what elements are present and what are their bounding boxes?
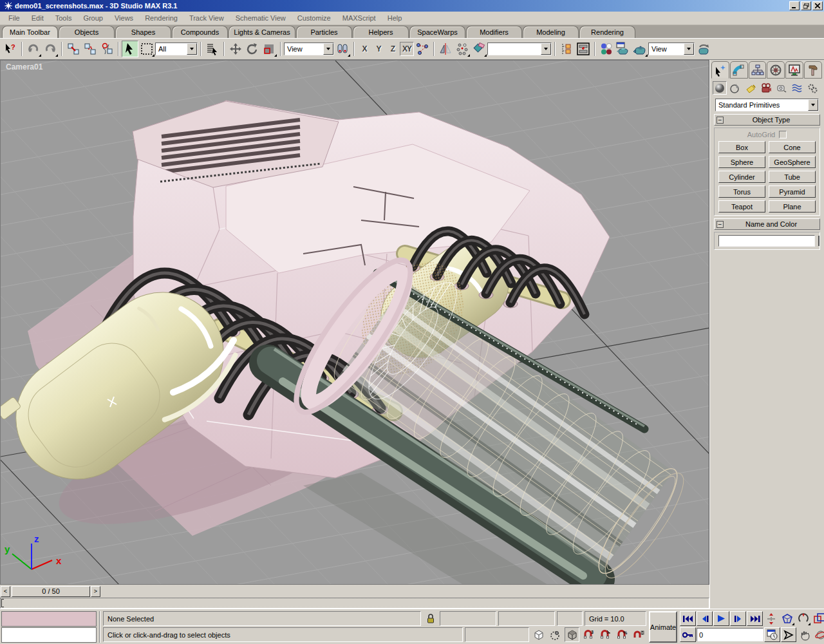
time-slider-thumb[interactable]: 0 / 50 <box>12 586 90 597</box>
tab-helpers[interactable]: Helpers <box>353 26 409 38</box>
coord-system-select[interactable]: View <box>284 43 334 55</box>
menu-tools[interactable]: Tools <box>50 14 78 22</box>
restrict-z-button[interactable]: Z <box>386 42 400 56</box>
time-slider-track[interactable]: < 0 / 50 > <box>0 585 709 598</box>
select-and-link-button[interactable] <box>65 41 82 57</box>
tab-modeling[interactable]: Modeling <box>523 26 579 38</box>
open-schematic-view-button[interactable] <box>575 41 592 57</box>
tab-lights-cameras[interactable]: Lights & Cameras <box>229 26 295 38</box>
render-scene-button[interactable] <box>615 41 632 57</box>
next-frame-button[interactable] <box>730 611 746 626</box>
minimize-button[interactable] <box>789 1 800 10</box>
collapse-icon[interactable]: − <box>716 221 724 228</box>
dolly-camera-button[interactable] <box>763 611 779 626</box>
teapot-button[interactable]: Teapot <box>718 200 765 213</box>
current-frame-field[interactable] <box>697 628 763 641</box>
degradation-cube-button[interactable] <box>565 627 579 642</box>
autogrid-checkbox[interactable] <box>779 131 787 138</box>
material-editor-button[interactable] <box>598 41 615 57</box>
tab-rendering[interactable]: Rendering <box>579 26 635 38</box>
category-shapes[interactable] <box>728 81 742 95</box>
spinner-snap-button[interactable] <box>632 627 646 642</box>
time-slider-prev-button[interactable]: < <box>1 586 10 597</box>
restrict-x-button[interactable]: X <box>357 42 371 56</box>
collapse-icon[interactable]: − <box>716 117 724 124</box>
field-of-view-button[interactable] <box>796 611 811 626</box>
selection-region-button[interactable] <box>138 41 155 57</box>
tab-shapes[interactable]: Shapes <box>115 26 171 38</box>
object-name-field[interactable] <box>718 235 815 247</box>
tab-objects[interactable]: Objects <box>59 26 115 38</box>
time-configuration-button[interactable] <box>764 627 780 642</box>
key-mode-toggle-button[interactable] <box>680 627 696 642</box>
tab-utilities[interactable] <box>804 61 822 79</box>
previous-frame-button[interactable] <box>697 611 713 626</box>
time-slider-next-button[interactable]: > <box>91 586 100 597</box>
restrict-y-button[interactable]: Y <box>371 42 386 56</box>
category-systems[interactable] <box>805 81 819 95</box>
named-selection-sets-select[interactable] <box>487 43 552 55</box>
degradation-override-button[interactable] <box>531 627 546 642</box>
render-type-select[interactable]: View <box>648 43 695 55</box>
undo-button[interactable] <box>25 41 42 57</box>
menu-group[interactable]: Group <box>77 14 109 22</box>
ik-toggle-button[interactable] <box>414 41 431 57</box>
primitives-dropdown-arrow-icon[interactable] <box>808 99 818 111</box>
quick-render-button[interactable] <box>632 41 648 57</box>
menu-rendering[interactable]: Rendering <box>139 14 183 22</box>
object-type-rollout-header[interactable]: − Object Type <box>714 114 820 126</box>
menu-customize[interactable]: Customize <box>292 14 337 22</box>
angle-snap-button[interactable] <box>598 627 613 642</box>
menu-help[interactable]: Help <box>382 14 408 22</box>
tube-button[interactable]: Tube <box>769 171 816 183</box>
render-last-button[interactable] <box>695 41 711 57</box>
tab-hierarchy[interactable] <box>749 61 767 79</box>
menu-edit[interactable]: Edit <box>26 14 50 22</box>
snap-toggle-3d-button[interactable]: 3 <box>581 627 596 642</box>
pan-viewport-button[interactable] <box>781 627 796 642</box>
track-bar[interactable] <box>0 598 709 609</box>
macro-recorder-pane[interactable] <box>1 611 97 627</box>
object-color-swatch[interactable] <box>818 236 819 246</box>
cone-button[interactable]: Cone <box>769 141 816 153</box>
close-button[interactable] <box>812 1 823 10</box>
tab-motion[interactable] <box>767 61 785 79</box>
play-button[interactable] <box>713 611 729 626</box>
category-helpers[interactable] <box>774 81 789 95</box>
snap-dot-button[interactable] <box>548 627 563 642</box>
region-zoom-button[interactable] <box>812 611 824 626</box>
listener-pane[interactable] <box>1 627 97 643</box>
mirror-button[interactable] <box>437 41 454 57</box>
help-mode-button[interactable]: ? <box>2 41 19 57</box>
go-to-start-button[interactable] <box>680 611 696 626</box>
menu-maxscript[interactable]: MAXScript <box>337 14 382 22</box>
restore-button[interactable] <box>801 1 811 10</box>
select-object-button[interactable] <box>122 41 138 57</box>
pyramid-button[interactable]: Pyramid <box>769 185 816 198</box>
restrict-xy-plane-button[interactable]: XY <box>400 42 414 56</box>
menu-views[interactable]: Views <box>109 14 139 22</box>
go-to-end-button[interactable] <box>747 611 763 626</box>
array-button[interactable] <box>454 41 471 57</box>
box-button[interactable]: Box <box>718 141 765 153</box>
menu-schematic-view[interactable]: Schematic View <box>230 14 292 22</box>
open-track-view-button[interactable] <box>558 41 575 57</box>
torus-button[interactable]: Torus <box>718 185 765 198</box>
zoom-extents-all-button[interactable] <box>780 611 795 626</box>
tab-particles[interactable]: Particles <box>296 26 352 38</box>
truck-camera-button[interactable] <box>797 627 812 642</box>
render-type-arrow-icon[interactable] <box>684 43 694 55</box>
named-selection-sets-arrow-icon[interactable] <box>541 43 551 55</box>
tab-modifiers[interactable]: Modifiers <box>466 26 522 38</box>
redo-button[interactable] <box>42 41 59 57</box>
select-and-rotate-button[interactable] <box>244 41 261 57</box>
selection-filter-select[interactable]: All <box>155 43 198 55</box>
unlink-selection-button[interactable] <box>82 41 98 57</box>
selection-lock-toggle[interactable] <box>423 611 438 626</box>
category-space-warps[interactable] <box>790 81 804 95</box>
percent-snap-button[interactable]: % <box>615 627 630 642</box>
bind-to-space-warp-button[interactable] <box>98 41 115 57</box>
geosphere-button[interactable]: GeoSphere <box>769 156 816 168</box>
arc-rotate-button[interactable] <box>813 627 824 642</box>
menu-track-view[interactable]: Track View <box>183 14 230 22</box>
